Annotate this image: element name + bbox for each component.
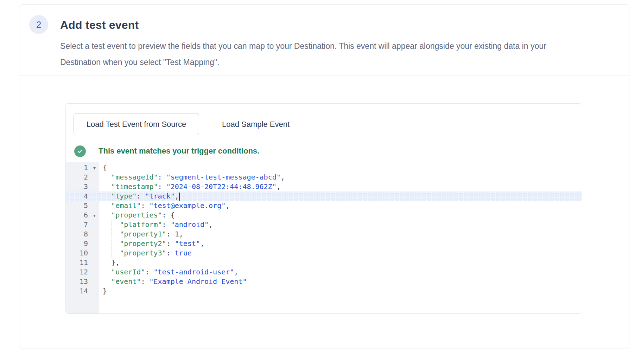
- line-number: 4: [66, 191, 99, 201]
- code-line-3[interactable]: 3 "timestamp": "2024-08-20T22:44:48.962Z…: [66, 182, 582, 191]
- code-line-content: }: [99, 286, 582, 296]
- code-line-11[interactable]: 11 },: [66, 258, 582, 267]
- code-line-content: "property2": "test",: [99, 239, 582, 248]
- indent-guide: [111, 239, 112, 248]
- gutter-cell: 14: [66, 286, 99, 296]
- gutter-cell: 9: [66, 239, 99, 248]
- gutter-cell: 13: [66, 277, 99, 286]
- step-number: 2: [36, 19, 41, 30]
- step-number-badge: 2: [29, 15, 48, 34]
- code-line-1[interactable]: 1▾{: [66, 163, 582, 173]
- load-sample-event-button[interactable]: Load Sample Event: [218, 113, 293, 135]
- gutter-cell: 12: [66, 267, 99, 277]
- test-event-panel: Load Test Event from Source Load Sample …: [65, 103, 582, 314]
- gutter-cell: 7: [66, 220, 99, 229]
- code-line-2[interactable]: 2 "messageId": "segment-test-message-abc…: [66, 173, 582, 182]
- code-line-5[interactable]: 5 "email": "test@example.org",: [66, 201, 582, 210]
- indent-guide: [111, 248, 112, 258]
- line-number: 2: [66, 173, 99, 182]
- code-line-content: "property3": true: [99, 248, 582, 258]
- code-line-6[interactable]: 6▾ "properties": {: [66, 210, 582, 220]
- gutter-cell: 10: [66, 248, 99, 258]
- json-code-editor[interactable]: 1▾{2 "messageId": "segment-test-message-…: [66, 162, 582, 313]
- code-line-content: "email": "test@example.org",: [99, 201, 582, 210]
- check-circle-icon: [74, 145, 86, 157]
- trigger-match-status: This event matches your trigger conditio…: [66, 140, 582, 162]
- code-line-content: },: [99, 258, 582, 267]
- gutter-cell: 11: [66, 258, 99, 267]
- code-line-4[interactable]: 4 "type": "track",: [66, 191, 582, 201]
- code-line-8[interactable]: 8 "property1": 1,: [66, 229, 582, 239]
- line-number: 9: [66, 239, 99, 248]
- status-message: This event matches your trigger conditio…: [99, 147, 259, 156]
- page: { "colors": { "accent_blue": "#3a5de8", …: [0, 0, 641, 364]
- line-number: 3: [66, 182, 99, 191]
- code-line-content: "event": "Example Android Event": [99, 277, 582, 286]
- code-line-7[interactable]: 7 "platform": "android",: [66, 220, 582, 229]
- header-divider: [19, 76, 629, 76]
- gutter-cell: 8: [66, 229, 99, 239]
- code-line-10[interactable]: 10 "property3": true: [66, 248, 582, 258]
- indent-guide: [111, 229, 112, 239]
- line-number: 7: [66, 220, 99, 229]
- gutter-cell: 4: [66, 191, 99, 201]
- line-number: 10: [66, 248, 99, 258]
- code-line-content: "property1": 1,: [99, 229, 582, 239]
- line-number: 5: [66, 201, 99, 210]
- code-line-content: "type": "track",: [99, 191, 582, 201]
- gutter-cell: 3: [66, 182, 99, 191]
- line-number: 11: [66, 258, 99, 267]
- line-number: 12: [66, 267, 99, 277]
- code-line-content: "properties": {: [99, 210, 582, 220]
- step-description-line1: Select a test event to preview the field…: [60, 38, 546, 54]
- code-lines: 1▾{2 "messageId": "segment-test-message-…: [66, 162, 582, 296]
- add-test-event-card: 2 Add test event Select a test event to …: [19, 4, 629, 349]
- code-line-13[interactable]: 13 "event": "Example Android Event": [66, 277, 582, 286]
- page-title: Add test event: [60, 19, 139, 32]
- step-description: Select a test event to preview the field…: [60, 38, 546, 70]
- gutter-cell: 2: [66, 173, 99, 182]
- event-source-toolbar: Load Test Event from Source Load Sample …: [66, 104, 582, 140]
- code-line-12[interactable]: 12 "userId": "test-android-user",: [66, 267, 582, 277]
- code-line-content: "timestamp": "2024-08-20T22:44:48.962Z",: [99, 182, 582, 191]
- line-number: 13: [66, 277, 99, 286]
- indent-guide: [111, 220, 112, 229]
- gutter-cell: 1▾: [66, 163, 99, 173]
- step-description-line2: Destination when you select "Test Mappin…: [60, 54, 546, 70]
- code-line-content: "messageId": "segment-test-message-abcd"…: [99, 173, 582, 182]
- fold-toggle-icon[interactable]: ▾: [93, 163, 96, 173]
- line-number: 14: [66, 286, 99, 296]
- code-line-9[interactable]: 9 "property2": "test",: [66, 239, 582, 248]
- line-number: 8: [66, 229, 99, 239]
- load-test-event-button[interactable]: Load Test Event from Source: [74, 113, 199, 135]
- gutter-cell: 6▾: [66, 210, 99, 220]
- code-line-14[interactable]: 14}: [66, 286, 582, 296]
- gutter-cell: 5: [66, 201, 99, 210]
- code-line-content: {: [99, 163, 582, 173]
- code-line-content: "userId": "test-android-user",: [99, 267, 582, 277]
- text-cursor: [179, 193, 180, 201]
- fold-toggle-icon[interactable]: ▾: [93, 211, 96, 220]
- code-line-content: "platform": "android",: [99, 220, 582, 229]
